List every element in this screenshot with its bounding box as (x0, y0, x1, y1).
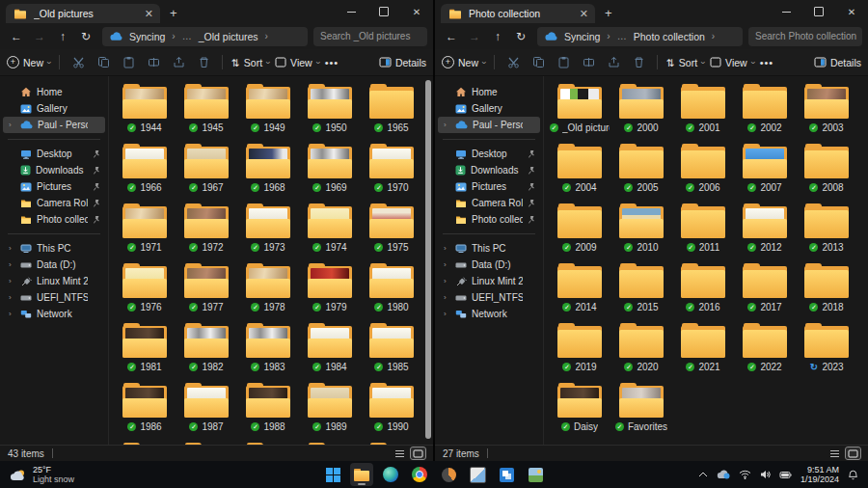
tab-close-icon[interactable]: ✕ (145, 9, 153, 18)
share-button[interactable] (604, 56, 623, 68)
thumbnails-view-button[interactable] (411, 447, 425, 459)
folder-item-2010[interactable]: 2010 (610, 203, 672, 263)
weather-widget[interactable]: 25°F Light snow (0, 465, 203, 484)
sidebar-item-home[interactable]: Home (3, 84, 105, 100)
folder-item-2009[interactable]: 2009 (549, 203, 610, 263)
up-button[interactable]: ↑ (52, 30, 73, 43)
sidebar-item-camera-roll[interactable]: Camera Roll (3, 195, 105, 211)
folder-item-2013[interactable]: 2013 (796, 203, 857, 263)
folder-item-partially-visible[interactable] (369, 443, 414, 445)
details-button[interactable]: Details (814, 57, 861, 68)
pinned-app-2-button[interactable] (495, 463, 518, 486)
folder-item-2005[interactable]: 2005 (610, 144, 672, 203)
sidebar-item-pictures[interactable]: Pictures (3, 178, 105, 195)
chevron-expand-icon[interactable]: › (9, 121, 15, 129)
sidebar-item-downloads[interactable]: Downloads (438, 162, 540, 178)
folder-item-2011[interactable]: 2011 (672, 203, 734, 263)
breadcrumb-current[interactable]: Photo collection (634, 31, 705, 42)
search-input[interactable]: Search Photo collection (748, 27, 862, 46)
sidebar-item-linux-mint-21-3-cinnamon[interactable]: ›Linux Mint 21.3 Cinnamon (3, 273, 105, 289)
folder-item-2006[interactable]: 2006 (672, 144, 734, 203)
sidebar-item-pictures[interactable]: Pictures (438, 178, 540, 195)
share-button[interactable] (169, 56, 188, 68)
sidebar-item-downloads[interactable]: Downloads (3, 162, 105, 178)
folder-item-2003[interactable]: 2003 (796, 84, 857, 144)
new-tab-button[interactable]: + (170, 6, 177, 20)
sidebar-item-this-pc[interactable]: ›This PC (438, 240, 540, 257)
sidebar-item-data-d[interactable]: ›Data (D:) (438, 257, 540, 273)
folder-item-1982[interactable]: 1982 (176, 323, 237, 383)
up-button[interactable]: ↑ (487, 30, 508, 43)
folder-item-1988[interactable]: 1988 (237, 383, 299, 443)
folder-item-1968[interactable]: 1968 (237, 144, 299, 203)
folder-item-partially-visible[interactable] (184, 443, 229, 445)
breadcrumb[interactable]: Syncing › … _Old pictures › (102, 27, 308, 46)
folder-item-1949[interactable]: 1949 (237, 84, 299, 144)
folder-item-1990[interactable]: 1990 (361, 383, 422, 443)
back-button[interactable]: ← (6, 30, 27, 43)
folder-item-1974[interactable]: 1974 (299, 203, 361, 263)
folder-item-1980[interactable]: 1980 (361, 263, 422, 323)
folder-item-1983[interactable]: 1983 (237, 323, 299, 383)
folder-item-daisy[interactable]: Daisy (549, 383, 610, 443)
folder-item-1978[interactable]: 1978 (237, 263, 299, 323)
folder-item-2014[interactable]: 2014 (549, 263, 610, 323)
folder-item-2015[interactable]: 2015 (610, 263, 672, 323)
breadcrumb-current[interactable]: _Old pictures (199, 31, 258, 42)
see-more-button[interactable]: ••• (325, 57, 339, 68)
chrome-taskbar-button[interactable] (408, 463, 431, 486)
folder-item-1966[interactable]: 1966 (114, 144, 176, 203)
folder-item-2001[interactable]: 2001 (672, 84, 734, 144)
chevron-expand-icon[interactable]: › (444, 244, 450, 253)
new-tab-button[interactable]: + (605, 6, 612, 20)
clock[interactable]: 9:51 AM 1/19/2024 (800, 465, 839, 484)
minimize-button[interactable] (770, 0, 802, 23)
folder-item-2008[interactable]: 2008 (796, 144, 857, 203)
folder-item-partially-visible[interactable] (308, 443, 352, 445)
thumbnails-view-button[interactable] (846, 447, 860, 459)
sidebar-item-home[interactable]: Home (438, 84, 540, 100)
onedrive-tray-icon[interactable] (717, 470, 730, 479)
photos-app-button[interactable] (466, 463, 489, 486)
close-button[interactable]: ✕ (835, 0, 868, 23)
folder-item-1972[interactable]: 1972 (176, 203, 237, 263)
copy-button[interactable] (529, 56, 548, 68)
refresh-button[interactable]: ↻ (510, 30, 531, 43)
wifi-icon[interactable] (739, 470, 751, 479)
rename-button[interactable] (579, 56, 598, 68)
chevron-expand-icon[interactable]: › (9, 310, 15, 318)
new-button[interactable]: + New › (442, 56, 485, 68)
chevron-expand-icon[interactable]: › (444, 260, 450, 269)
maximize-button[interactable] (367, 0, 400, 23)
sort-button[interactable]: ⇅ Sort › (666, 57, 704, 68)
tab-close-icon[interactable]: ✕ (580, 9, 588, 18)
details-button[interactable]: Details (379, 57, 426, 68)
folder-item-1984[interactable]: 1984 (299, 323, 361, 383)
maximize-button[interactable] (802, 0, 835, 23)
folder-item-2002[interactable]: 2002 (734, 84, 796, 144)
folder-item-1979[interactable]: 1979 (299, 263, 361, 323)
sort-button[interactable]: ⇅ Sort › (231, 57, 269, 68)
folder-item-2020[interactable]: 2020 (610, 323, 672, 383)
sidebar-item-this-pc[interactable]: ›This PC (3, 240, 105, 257)
sidebar-item-uefi-ntfs-f[interactable]: ›UEFI_NTFS (F:) (438, 289, 540, 306)
folder-item-2017[interactable]: 2017 (734, 263, 796, 323)
refresh-button[interactable]: ↻ (75, 30, 96, 43)
new-button[interactable]: + New › (7, 56, 50, 68)
paste-button[interactable] (554, 56, 573, 68)
hidden-icons-chevron[interactable] (698, 472, 708, 477)
breadcrumb-ellipsis[interactable]: … (617, 31, 627, 41)
sidebar-item-desktop[interactable]: Desktop (3, 146, 105, 162)
folder-item-1970[interactable]: 1970 (361, 144, 422, 203)
chevron-expand-icon[interactable]: › (444, 121, 450, 129)
notifications-bell-icon[interactable] (848, 470, 858, 480)
delete-button[interactable] (629, 56, 648, 68)
folder-item-2007[interactable]: 2007 (734, 144, 796, 203)
sidebar-item-photo-collection[interactable]: Photo collection (3, 211, 105, 228)
folder-item-1971[interactable]: 1971 (114, 203, 176, 263)
folder-item-1967[interactable]: 1967 (176, 144, 237, 203)
forward-button[interactable]: → (29, 30, 50, 43)
folder-item-partially-visible[interactable] (246, 443, 290, 445)
breadcrumb-root[interactable]: Syncing (564, 31, 600, 42)
sidebar-item-linux-mint-21-3-cinnamon[interactable]: ›Linux Mint 21.3 Cinnamon (438, 273, 540, 289)
